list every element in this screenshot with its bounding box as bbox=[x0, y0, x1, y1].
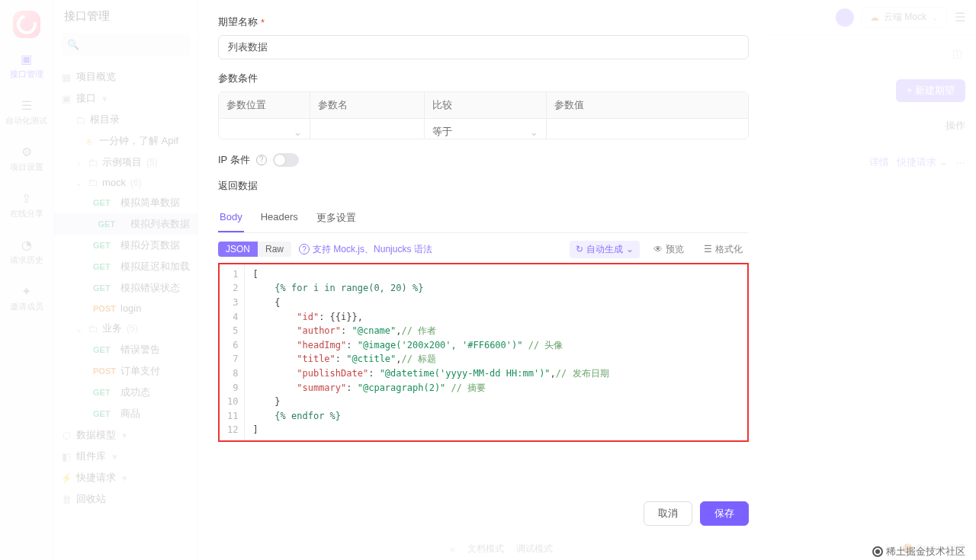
col-name: 参数名 bbox=[310, 92, 425, 118]
params-label: 参数条件 bbox=[218, 72, 749, 85]
mock-support-link[interactable]: ?支持 Mock.js、Nunjucks 语法 bbox=[299, 243, 432, 256]
chevron-down-icon: ⌄ bbox=[530, 126, 538, 138]
param-table: 参数位置 参数名 比较 参数值 ⌄ 等于⌄ bbox=[218, 91, 749, 139]
cancel-button[interactable]: 取消 bbox=[644, 501, 692, 526]
ip-condition: IP 条件 ? bbox=[218, 153, 749, 167]
save-button[interactable]: 保存 bbox=[700, 501, 749, 526]
tab-headers[interactable]: Headers bbox=[259, 205, 300, 232]
ip-toggle[interactable] bbox=[273, 153, 299, 167]
code-editor[interactable]: 123456789101112 [ {% for i in range(0, 2… bbox=[218, 263, 749, 442]
juejin-icon bbox=[872, 546, 883, 557]
code-toolbar: JSONRaw ?支持 Mock.js、Nunjucks 语法 ↻ 自动生成 ⌄… bbox=[218, 241, 749, 258]
return-label: 返回数据 bbox=[218, 179, 749, 193]
dialog-footer: 取消 保存 bbox=[218, 501, 749, 526]
col-pos: 参数位置 bbox=[219, 92, 310, 118]
col-val: 参数值 bbox=[547, 92, 748, 118]
cmp-select[interactable]: 等于⌄ bbox=[425, 119, 547, 139]
name-input[interactable] bbox=[310, 119, 425, 139]
val-input[interactable] bbox=[547, 119, 748, 139]
expectation-name-input[interactable] bbox=[218, 35, 749, 59]
tab-more[interactable]: 更多设置 bbox=[315, 205, 358, 232]
col-cmp: 比较 bbox=[425, 92, 547, 118]
code-body[interactable]: [ {% for i in range(0, 20) %} { "id": {{… bbox=[245, 264, 616, 440]
auto-gen-button[interactable]: ↻ 自动生成 ⌄ bbox=[570, 241, 640, 258]
format-button[interactable]: ☰ 格式化 bbox=[698, 241, 749, 258]
return-tabs: Body Headers 更多设置 bbox=[218, 205, 749, 233]
line-gutter: 123456789101112 bbox=[220, 264, 245, 440]
expectation-dialog: 期望名称* 参数条件 参数位置 参数名 比较 参数值 ⌄ 等于⌄ IP 条件 ?… bbox=[201, 3, 766, 536]
preview-button[interactable]: 👁 预览 bbox=[647, 241, 690, 258]
chevron-down-icon: ⌄ bbox=[294, 126, 302, 138]
watermark: 稀土掘金技术社区 bbox=[872, 545, 965, 558]
name-label: 期望名称* bbox=[218, 15, 749, 29]
chevron-down-icon: ⌄ bbox=[626, 244, 634, 254]
info-icon: ? bbox=[299, 244, 310, 254]
help-icon[interactable]: ? bbox=[256, 155, 267, 165]
format-segment[interactable]: JSONRaw bbox=[218, 242, 291, 257]
tab-body[interactable]: Body bbox=[218, 205, 244, 232]
pos-select[interactable]: ⌄ bbox=[219, 119, 310, 139]
